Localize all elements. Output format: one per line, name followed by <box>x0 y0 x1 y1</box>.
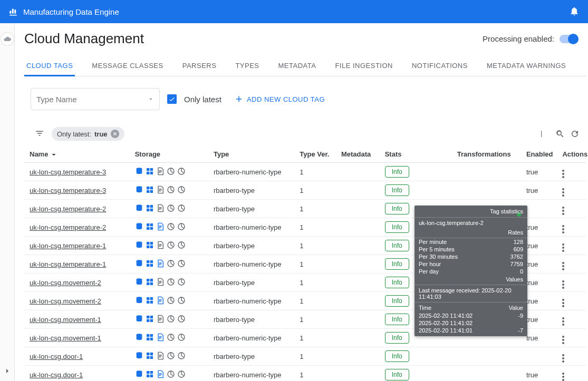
grid-icon <box>146 278 154 288</box>
tag-link[interactable]: uk-lon-csg.movement-1 <box>30 334 101 342</box>
row-actions-menu[interactable] <box>562 225 564 233</box>
clock-icon <box>167 315 175 325</box>
col-type[interactable]: Type <box>208 146 294 163</box>
info-button[interactable]: Info <box>385 240 409 251</box>
col-storage[interactable]: Storage <box>130 146 208 163</box>
cell-type: rbarbero-numeric-type <box>208 163 294 181</box>
type-name-select[interactable]: Type Name <box>31 88 160 110</box>
storage-icons <box>135 351 203 362</box>
expand-rail-icon[interactable] <box>3 367 12 377</box>
rate-value: 0 <box>502 268 523 275</box>
cell-metadata <box>336 237 380 255</box>
tab-cloud-tags[interactable]: CLOUD TAGS <box>24 56 75 76</box>
cell-metadata <box>336 273 380 292</box>
cell-metadata <box>336 181 380 200</box>
refresh-icon[interactable] <box>570 129 580 139</box>
info-button[interactable]: Info <box>385 277 409 288</box>
tab-metadata[interactable]: METADATA <box>276 56 319 76</box>
clock2-icon <box>177 315 186 325</box>
tag-link[interactable]: uk-lon-csg.temperature-1 <box>30 260 106 268</box>
row-actions-menu[interactable] <box>562 336 564 344</box>
tag-link[interactable]: uk-lon-csg.movement-2 <box>30 297 101 305</box>
cell-typever: 1 <box>294 329 336 347</box>
cell-metadata <box>336 310 380 329</box>
value-time: 2025-02-20 11:41:01 <box>419 327 473 334</box>
tag-link[interactable]: uk-lon-csg.movement-2 <box>30 279 101 287</box>
left-rail <box>0 23 15 381</box>
col-actions[interactable]: Actions <box>557 146 586 163</box>
search-icon[interactable] <box>555 129 565 139</box>
tag-link[interactable]: uk-lon-csg.door-1 <box>30 353 83 360</box>
clock-icon <box>167 167 175 177</box>
row-actions-menu[interactable] <box>562 188 564 197</box>
rate-value: 609 <box>502 246 523 252</box>
info-button[interactable]: Info <box>385 295 409 307</box>
tag-link[interactable]: uk-lon-csg.temperature-1 <box>30 242 106 250</box>
col-metadata[interactable]: Metadata <box>336 146 380 163</box>
clock-icon <box>167 296 175 306</box>
only-latest-checkbox[interactable] <box>167 94 177 104</box>
chip-remove-icon[interactable] <box>111 130 119 138</box>
tab-notifications[interactable]: NOTIFICATIONS <box>410 56 470 76</box>
grid-icon <box>146 296 154 306</box>
info-button[interactable]: Info <box>385 258 409 270</box>
row-actions-menu[interactable] <box>562 354 564 363</box>
info-button[interactable]: Info <box>385 203 409 214</box>
cell-enabled: true <box>521 181 557 200</box>
value-val <box>502 320 523 326</box>
row-actions-menu[interactable] <box>562 299 564 307</box>
row-actions-menu[interactable] <box>562 243 564 252</box>
tag-link[interactable]: uk-lon-csg.door-1 <box>30 371 83 379</box>
info-button[interactable]: Info <box>385 314 409 325</box>
tag-link[interactable]: uk-lon-csg.temperature-3 <box>30 187 106 194</box>
tag-link[interactable]: uk-lon-csg.temperature-2 <box>30 223 106 231</box>
value-time: 2025-02-20 11:41:02 <box>419 312 473 319</box>
row-actions-menu[interactable] <box>562 170 564 178</box>
tab-types[interactable]: TYPES <box>233 56 261 76</box>
cell-typever: 1 <box>294 237 336 255</box>
col-stats[interactable]: Stats <box>380 146 452 163</box>
cell-typever: 1 <box>294 347 336 366</box>
row-actions-menu[interactable] <box>562 262 564 270</box>
info-button[interactable]: Info <box>385 332 409 344</box>
cloud-product-icon[interactable] <box>1 33 14 45</box>
tab-metadata-warnings[interactable]: METADATA WARNINGS <box>485 56 568 76</box>
tab-message-classes[interactable]: MESSAGE CLASSES <box>90 56 165 76</box>
cell-typever: 1 <box>294 310 336 329</box>
info-button[interactable]: Info <box>385 350 409 362</box>
cell-enabled: true <box>521 163 557 181</box>
info-button[interactable]: Info <box>385 184 409 196</box>
info-button[interactable]: Info <box>385 369 409 380</box>
row-actions-menu[interactable] <box>562 317 564 326</box>
storage-icons <box>135 167 203 177</box>
row-actions-menu[interactable] <box>562 280 564 289</box>
col-transformations[interactable]: Transformations <box>452 146 521 163</box>
filter-chip-only-latest[interactable]: Only latest: true <box>52 127 124 141</box>
info-button[interactable]: Info <box>385 221 409 233</box>
tab-file-ingestion[interactable]: FILE INGESTION <box>333 56 395 76</box>
tab-parsers[interactable]: PARSERS <box>180 56 219 76</box>
row-actions-menu[interactable] <box>562 373 564 381</box>
database-icon <box>135 333 143 343</box>
cell-metadata <box>336 329 380 347</box>
col-typever[interactable]: Type Ver. <box>294 146 336 163</box>
cell-metadata <box>336 218 380 237</box>
filter-icon[interactable] <box>35 129 44 140</box>
grid-icon <box>146 167 154 177</box>
add-cloud-tag-button[interactable]: ADD NEW CLOUD TAG <box>234 94 325 104</box>
tag-link[interactable]: uk-lon-csg.temperature-3 <box>30 168 106 176</box>
storage-icons <box>135 333 203 343</box>
database-icon <box>135 278 143 288</box>
info-button[interactable]: Info <box>385 166 409 178</box>
cell-typever: 1 <box>294 181 336 200</box>
processing-toggle[interactable] <box>560 35 579 43</box>
col-enabled[interactable]: Enabled <box>521 146 557 163</box>
tag-link[interactable]: uk-lon-csg.movement-1 <box>30 316 101 324</box>
col-name[interactable]: Name <box>24 146 130 163</box>
cell-typever: 1 <box>294 366 336 382</box>
cell-type: rbarbero-type <box>208 310 294 329</box>
row-actions-menu[interactable] <box>562 207 564 215</box>
clock-icon <box>167 351 175 362</box>
notifications-icon[interactable] <box>569 6 580 18</box>
tag-link[interactable]: uk-lon-csg.temperature-2 <box>30 205 106 213</box>
